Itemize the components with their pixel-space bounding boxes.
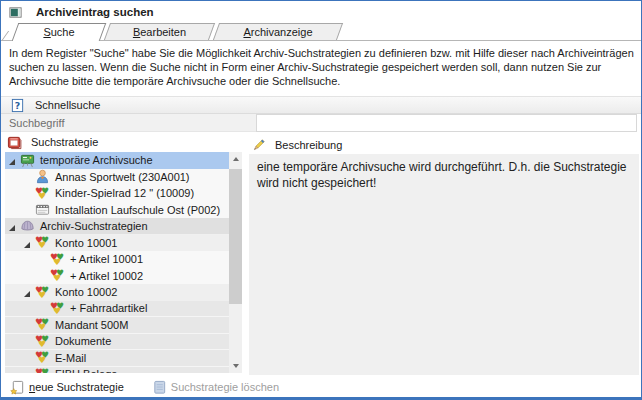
scroll-down-button[interactable] bbox=[229, 359, 242, 373]
scrollbar-thumb[interactable] bbox=[229, 169, 242, 304]
expand-arrow[interactable] bbox=[9, 225, 15, 231]
description-text: eine temporäre Archivsuche wird durchgef… bbox=[249, 154, 639, 375]
strategy-panel-header: Suchstrategie bbox=[7, 134, 98, 150]
new-page-icon bbox=[10, 380, 25, 395]
tab-archivanzeige[interactable]: Archivanzeige bbox=[216, 23, 340, 40]
hearts-icon: ♥♥♥ bbox=[35, 367, 50, 373]
hearts-icon: ♥♥♥ bbox=[35, 186, 50, 201]
tree-row-email[interactable]: ♥♥♥ E-Mail bbox=[5, 350, 229, 367]
scroll-up-button[interactable] bbox=[229, 152, 242, 166]
tree-row-installation-laufschule[interactable]: Installation Laufschule Ost (P002) bbox=[5, 202, 229, 219]
title-bar: Archiveintrag suchen bbox=[1, 1, 641, 23]
description-panel-title: Beschreibung bbox=[275, 139, 342, 151]
quick-search-title: Schnellsuche bbox=[35, 99, 100, 111]
tree-row-fahrradartikel[interactable]: ♥♥♥ + Fahrradartikel bbox=[5, 301, 229, 318]
tab-suche[interactable]: Suche bbox=[15, 23, 103, 40]
tab-label: Archivanzeige bbox=[243, 26, 312, 38]
tree-row-kinder-spielrad[interactable]: ♥♥♥ Kinder-Spielrad 12 " (10009) bbox=[5, 185, 229, 202]
search-term-row: Suchbegriff bbox=[1, 114, 641, 132]
person-icon bbox=[35, 169, 50, 184]
tree-row-label: + Fahrradartikel bbox=[70, 302, 147, 314]
tab-label: Suche bbox=[43, 26, 74, 38]
hearts-icon: ♥♥♥ bbox=[35, 334, 50, 349]
film-icon bbox=[35, 202, 50, 217]
tree-row-label: Kinder-Spielrad 12 " (10009) bbox=[55, 187, 194, 199]
new-strategy-label: neue Suchstrategie bbox=[29, 381, 124, 393]
tree-row-label: Annas Sportwelt (230A001) bbox=[55, 171, 190, 183]
tree-row-archiv-suchstrategien[interactable]: Archiv-Suchstrategien bbox=[5, 218, 229, 235]
strategy-tree: temporäre Archivsuche Annas Sportwelt (2… bbox=[5, 152, 242, 373]
shell-icon bbox=[20, 218, 35, 233]
hearts-icon: ♥♥♥ bbox=[35, 235, 50, 250]
tree-scrollbar[interactable] bbox=[229, 152, 242, 373]
tree-row-artikel-10002[interactable]: ♥♥♥ + Artikel 10002 bbox=[5, 268, 229, 285]
expand-arrow[interactable] bbox=[24, 291, 30, 297]
dialog-window: Archiveintrag suchen Suche Bearbeiten Ar… bbox=[0, 0, 642, 400]
tree-row-label: FIBU Belege bbox=[55, 368, 117, 373]
triangle-down-icon bbox=[233, 364, 239, 368]
hearts-icon: ♥♥♥ bbox=[50, 252, 65, 267]
tab-bar: Suche Bearbeiten Archivanzeige bbox=[1, 23, 641, 41]
tree-row-temporaere-archivsuche[interactable]: temporäre Archivsuche bbox=[5, 152, 229, 169]
hearts-icon: ♥♥♥ bbox=[35, 350, 50, 365]
tree-row-label: E-Mail bbox=[55, 352, 86, 364]
book-icon bbox=[7, 135, 22, 150]
tree-row-label: temporäre Archivsuche bbox=[40, 154, 153, 166]
tree-row-artikel-10001[interactable]: ♥♥♥ + Artikel 10001 bbox=[5, 251, 229, 268]
tab-bearbeiten[interactable]: Bearbeiten bbox=[107, 23, 212, 40]
tree-row-label: Konto 10002 bbox=[55, 286, 117, 298]
expand-arrow[interactable] bbox=[24, 242, 30, 248]
hearts-icon: ♥♥♥ bbox=[50, 301, 65, 316]
footer-bar: neue Suchstrategie Suchstrategie löschen bbox=[1, 378, 641, 396]
search-term-label: Suchbegriff bbox=[1, 114, 256, 132]
description-panel-header: Beschreibung bbox=[251, 137, 342, 153]
tree-row-fibu-belege[interactable]: ♥♥♥ FIBU Belege bbox=[5, 367, 229, 374]
tree-row-mandant-500m[interactable]: ♥♥♥ Mandant 500M bbox=[5, 317, 229, 334]
tree-row-label: Installation Laufschule Ost (P002) bbox=[55, 204, 220, 216]
delete-page-icon bbox=[152, 380, 167, 395]
delete-strategy-button[interactable]: Suchstrategie löschen bbox=[152, 380, 279, 395]
tree-row-label: + Artikel 10002 bbox=[70, 270, 143, 282]
intro-text: In dem Register "Suche" habe Sie die Mög… bbox=[9, 46, 637, 88]
app-icon bbox=[8, 5, 23, 20]
tree-row-label: + Artikel 10001 bbox=[70, 253, 143, 265]
question-icon bbox=[10, 98, 25, 113]
window-title: Archiveintrag suchen bbox=[36, 6, 154, 18]
triangle-up-icon bbox=[233, 157, 239, 161]
quick-search-header: Schnellsuche bbox=[1, 96, 641, 114]
pencil-icon bbox=[251, 138, 266, 153]
expand-arrow[interactable] bbox=[9, 159, 15, 165]
hearts-icon: ♥♥♥ bbox=[50, 268, 65, 283]
tree-row-label: Archiv-Suchstrategien bbox=[40, 220, 148, 232]
tree-row-konto-10001[interactable]: ♥♥♥ Konto 10001 bbox=[5, 235, 229, 252]
tree-row-dokumente[interactable]: ♥♥♥ Dokumente bbox=[5, 334, 229, 351]
tree-row-label: Konto 10001 bbox=[55, 237, 117, 249]
hearts-icon: ♥♥♥ bbox=[35, 317, 50, 332]
tree-row-konto-10002[interactable]: ♥♥♥ Konto 10002 bbox=[5, 284, 229, 301]
search-term-input[interactable] bbox=[256, 114, 637, 132]
new-strategy-button[interactable]: neue Suchstrategie bbox=[10, 380, 124, 395]
board-icon bbox=[20, 153, 35, 168]
hearts-icon: ♥♥♥ bbox=[35, 285, 50, 300]
tree-row-label: Mandant 500M bbox=[55, 319, 128, 331]
tree-row-label: Dokumente bbox=[55, 335, 111, 347]
strategy-panel-title: Suchstrategie bbox=[31, 136, 98, 148]
delete-strategy-label: Suchstrategie löschen bbox=[171, 381, 279, 393]
tab-label: Bearbeiten bbox=[133, 26, 186, 38]
tree-rows: temporäre Archivsuche Annas Sportwelt (2… bbox=[5, 152, 229, 373]
tree-row-annas-sportwelt[interactable]: Annas Sportwelt (230A001) bbox=[5, 169, 229, 186]
